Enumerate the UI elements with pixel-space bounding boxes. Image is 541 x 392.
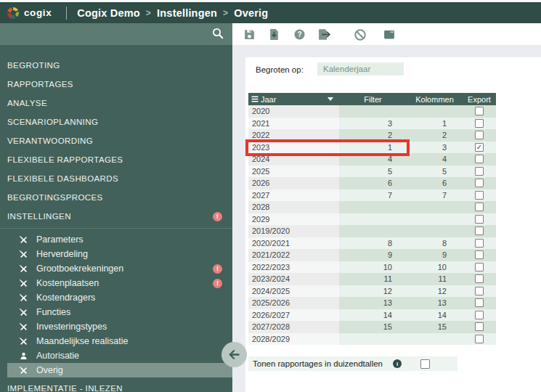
sidebar-subitem-autorisatie[interactable]: Autorisatie: [0, 348, 232, 363]
export-button[interactable]: [317, 27, 333, 42]
table-row-2026-2027[interactable]: 2026/20271414: [248, 309, 496, 322]
filter-cell[interactable]: 14: [339, 309, 407, 322]
kolommen-cell[interactable]: 13: [407, 297, 463, 309]
table-row-2027-2028[interactable]: 2027/20281515: [248, 321, 496, 333]
table-row-2028-2029[interactable]: 2028/2029: [248, 333, 496, 346]
table-row-2024-2025[interactable]: 2024/20251212: [248, 285, 496, 298]
kolommen-cell[interactable]: 15: [407, 321, 463, 333]
table-row-2022-2023[interactable]: 2022/20231010: [248, 261, 496, 274]
download-button[interactable]: [266, 27, 282, 42]
filter-cell[interactable]: 12: [339, 285, 407, 298]
sidebar-item-begrotingsproces[interactable]: BEGROTINGSPROCES: [0, 188, 232, 207]
filter-cell[interactable]: 8: [339, 237, 407, 250]
filter-cell[interactable]: [339, 213, 407, 226]
table-row-2019-2020[interactable]: 2019/2020: [248, 225, 496, 237]
export-checkbox[interactable]: [475, 226, 484, 235]
kolommen-cell[interactable]: 1: [407, 118, 463, 130]
sidebar-subitem-overig[interactable]: Overig: [7, 363, 232, 377]
begroten-op-field[interactable]: Kalenderjaar: [317, 62, 404, 75]
sidebar-subitem-functies[interactable]: Functies: [0, 305, 232, 319]
export-checkbox[interactable]: [475, 167, 484, 176]
export-checkbox[interactable]: [475, 335, 484, 343]
export-checkbox[interactable]: [475, 203, 484, 211]
kolommen-cell[interactable]: 9: [407, 249, 463, 261]
export-checkbox[interactable]: [475, 155, 484, 163]
kolommen-cell[interactable]: 4: [407, 153, 463, 166]
kolommen-cell[interactable]: [407, 213, 463, 226]
export-checkbox[interactable]: [475, 239, 484, 248]
sidebar-subitem-grootboekrekeningen[interactable]: Grootboekrekeningen!: [0, 261, 232, 276]
sidebar-item-flexibele-rapportages[interactable]: FLEXIBELE RAPPORTAGES: [0, 150, 232, 169]
sidebar-subitem-parameters[interactable]: Parameters: [0, 232, 232, 247]
table-row-2025-2026[interactable]: 2025/20261313: [248, 297, 496, 309]
search-button[interactable]: [209, 25, 227, 43]
breadcrumb-item-overig[interactable]: Overig: [234, 7, 268, 19]
sidebar-item-analyse[interactable]: ANALYSE: [0, 94, 232, 113]
filter-cell[interactable]: [339, 201, 407, 213]
table-row-2023-2024[interactable]: 2023/20241111: [248, 273, 496, 285]
kolommen-cell[interactable]: [407, 201, 463, 213]
sidebar-item-instellingen[interactable]: INSTELLINGEN!: [0, 207, 232, 226]
filter-cell[interactable]: [339, 333, 407, 346]
info-icon[interactable]: i: [393, 359, 402, 368]
export-checkbox[interactable]: ✓: [475, 143, 484, 152]
export-checkbox[interactable]: [475, 107, 484, 115]
export-checkbox[interactable]: [475, 274, 484, 283]
table-row-2021-2022[interactable]: 2021/202299: [248, 249, 496, 261]
sidebar-item-scenarioplanning[interactable]: SCENARIOPLANNING: [0, 113, 232, 131]
filter-cell[interactable]: 6: [339, 177, 407, 189]
sidebar-item-rapportages[interactable]: RAPPORTAGES: [0, 75, 232, 94]
column-header-kolommen[interactable]: Kolommen: [407, 95, 463, 104]
cancel-button[interactable]: [352, 27, 368, 42]
filter-cell[interactable]: 2: [339, 129, 407, 142]
filter-cell[interactable]: 1: [339, 142, 407, 154]
filter-cell[interactable]: 11: [339, 273, 407, 285]
table-row-2023[interactable]: 202313✓: [248, 142, 496, 154]
sidebar-item-flexibele-dashboards[interactable]: FLEXIBELE DASHBOARDS: [0, 169, 232, 188]
filter-cell[interactable]: [339, 105, 407, 118]
kolommen-cell[interactable]: 5: [407, 166, 463, 178]
filter-cell[interactable]: [339, 225, 407, 237]
table-row-2029[interactable]: 2029: [248, 213, 496, 226]
export-checkbox[interactable]: [475, 322, 484, 331]
kolommen-cell[interactable]: 10: [407, 261, 463, 274]
export-checkbox[interactable]: [475, 119, 484, 128]
filter-cell[interactable]: 5: [339, 166, 407, 178]
filter-cell[interactable]: 7: [339, 189, 407, 202]
sort-caret-icon[interactable]: [328, 97, 333, 101]
kolommen-cell[interactable]: 14: [407, 309, 463, 322]
sidebar-subitem-herverdeling[interactable]: Herverdeling: [0, 247, 232, 261]
export-checkbox[interactable]: [475, 179, 484, 187]
window-button[interactable]: [381, 27, 397, 42]
save-button[interactable]: [241, 27, 257, 42]
column-header-export[interactable]: Export: [463, 95, 496, 104]
filter-cell[interactable]: 9: [339, 249, 407, 261]
sidebar-collapse-button[interactable]: [221, 342, 247, 367]
sidebar-subitem-investeringstypes[interactable]: Investeringstypes: [0, 319, 232, 334]
kolommen-cell[interactable]: [407, 105, 463, 118]
kolommen-cell[interactable]: 8: [407, 237, 463, 250]
duizendtallen-checkbox[interactable]: [420, 359, 430, 369]
table-row-2020[interactable]: 2020: [248, 105, 496, 118]
kolommen-cell[interactable]: 6: [407, 177, 463, 189]
kolommen-cell[interactable]: 2: [407, 129, 463, 142]
sidebar-subitem-kostenplaatsen[interactable]: Kostenplaatsen!: [0, 276, 232, 290]
sidebar-subitem-kostendragers[interactable]: Kostendragers: [0, 290, 232, 305]
export-checkbox[interactable]: [475, 191, 484, 200]
table-row-2027[interactable]: 202777: [248, 189, 496, 202]
kolommen-cell[interactable]: [407, 225, 463, 237]
breadcrumb-item-instellingen[interactable]: Instellingen: [157, 7, 217, 19]
export-checkbox[interactable]: [475, 250, 484, 259]
table-row-2020-2021[interactable]: 2020/202188: [248, 237, 496, 250]
kolommen-cell[interactable]: 12: [407, 285, 463, 298]
kolommen-cell[interactable]: [407, 333, 463, 346]
column-header-jaar[interactable]: Jaar: [248, 95, 339, 104]
sidebar-item-verantwoording[interactable]: VERANTWOORDING: [0, 131, 232, 150]
export-checkbox[interactable]: [475, 263, 484, 271]
kolommen-cell[interactable]: 11: [407, 273, 463, 285]
table-row-2026[interactable]: 202666: [248, 177, 496, 189]
kolommen-cell[interactable]: 7: [407, 189, 463, 202]
breadcrumb-item-company[interactable]: Cogix Demo: [77, 7, 140, 19]
export-checkbox[interactable]: [475, 131, 484, 139]
filter-cell[interactable]: 4: [339, 153, 407, 166]
